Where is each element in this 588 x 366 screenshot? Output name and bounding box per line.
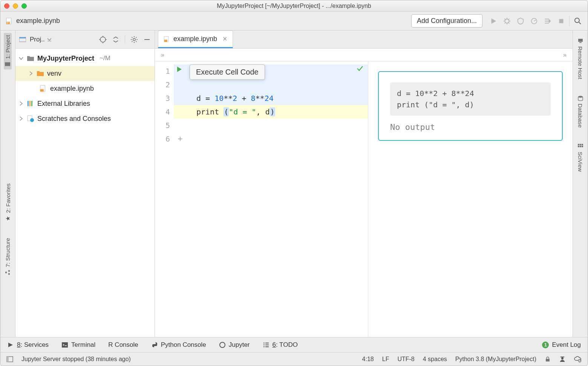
code-line-3[interactable]: d = 10**2 + 8**24 — [174, 92, 368, 105]
svg-rect-9 — [9, 270, 10, 271]
status-caret-position[interactable]: 4:18 — [362, 356, 374, 363]
nav-file[interactable]: IP example.ipynb — [6, 17, 60, 25]
window-maximize-button[interactable] — [21, 3, 27, 9]
bottom-tab-r-console[interactable]: R Console — [108, 341, 138, 349]
status-indent[interactable]: 4 spaces — [423, 356, 447, 363]
project-tree[interactable]: MyJupyterProject ~/M venv example.ipynb … — [15, 49, 155, 337]
code-line-5[interactable] — [174, 119, 368, 132]
project-tool-window: Proj.. MyJupyterProject ~/M — [15, 30, 155, 337]
lock-icon[interactable] — [545, 356, 551, 362]
gutter-line: 3 — [155, 92, 170, 105]
notebook-preview: d = 10**2 + 8**24 print ("d = ", d) No o… — [368, 61, 573, 337]
breadcrumb-right[interactable]: » — [563, 52, 567, 58]
left-tab-structure-label: 7: Structure — [5, 238, 11, 267]
run-toolbar — [489, 17, 565, 25]
editor-area: example.ipynb ✕ » » 1 2 3 4 5 6 — [155, 30, 573, 337]
right-tab-remote-host[interactable]: Remote Host — [577, 36, 583, 82]
stop-icon[interactable] — [557, 17, 565, 25]
window-minimize-button[interactable] — [13, 3, 18, 9]
event-log-badge: 1 — [542, 342, 549, 348]
debug-icon[interactable] — [503, 17, 511, 25]
svg-point-41 — [579, 359, 581, 362]
run-cell-gutter-icon[interactable]: Execute Cell Code — [176, 66, 183, 73]
add-configuration-button[interactable]: Add Configuration... — [411, 14, 482, 27]
coverage-icon[interactable] — [516, 17, 525, 25]
code-lines[interactable]: Execute Cell Code d = 10**2 + 8**24 prin… — [174, 61, 368, 337]
svg-rect-31 — [578, 146, 579, 147]
run-icon[interactable] — [489, 17, 498, 25]
svg-rect-32 — [580, 146, 581, 147]
chevron-right-icon — [18, 116, 24, 121]
status-interpreter[interactable]: Python 3.8 (MyJupyterProject) — [455, 356, 536, 363]
bottom-tab-r-console-label: R Console — [108, 341, 138, 349]
event-log-label: Event Log — [552, 341, 581, 349]
svg-text:IP: IP — [7, 22, 9, 24]
code-line-2[interactable] — [174, 78, 368, 92]
left-tab-project[interactable]: 1: Project — [4, 33, 12, 69]
code-line-4[interactable]: print ("d = ", d) — [174, 105, 368, 119]
chevron-down-icon — [18, 56, 24, 61]
bottom-tab-terminal[interactable]: Terminal — [61, 341, 95, 349]
editor-tab-example[interactable]: example.ipynb ✕ — [158, 30, 233, 48]
chevron-right-icon — [18, 101, 24, 106]
svg-rect-40 — [560, 357, 564, 357]
bottom-tab-python-console[interactable]: Python Console — [151, 341, 206, 349]
right-tab-database-label: Database — [577, 104, 583, 128]
bottom-tab-todo[interactable]: 6: TODO — [263, 341, 298, 349]
svg-point-27 — [578, 96, 583, 98]
inspection-ok-icon — [357, 65, 363, 72]
event-log-button[interactable]: 1 Event Log — [542, 341, 581, 349]
svg-rect-19 — [29, 101, 31, 106]
window-close-button[interactable] — [4, 3, 9, 9]
right-tab-database[interactable]: Database — [577, 93, 583, 130]
code-editor[interactable]: 1 2 3 4 5 6 Execute Cell Code — [155, 61, 368, 337]
search-everywhere-button[interactable] — [573, 17, 582, 26]
bottom-tab-services[interactable]: 8: 8: ServicesServices — [7, 341, 49, 349]
close-tab-icon[interactable]: ✕ — [222, 35, 227, 43]
tree-venv-label: venv — [47, 70, 61, 78]
code-line-6[interactable] — [174, 132, 368, 146]
bottom-tab-jupyter[interactable]: Jupyter — [219, 341, 250, 349]
profile-icon[interactable] — [530, 17, 538, 25]
left-tab-structure[interactable]: 7: Structure — [5, 236, 11, 278]
ide-window: MyJupyterProject [~/MyJupyterProject] - … — [0, 0, 588, 366]
tree-scratches-label: Scratches and Consoles — [37, 115, 111, 123]
tree-venv[interactable]: venv — [15, 66, 155, 81]
hide-icon[interactable] — [143, 36, 151, 43]
svg-rect-37 — [7, 357, 9, 362]
right-tab-sciview[interactable]: SciView — [577, 141, 583, 174]
add-cell-icon[interactable]: ＋ — [176, 133, 184, 144]
attach-icon[interactable] — [544, 17, 552, 25]
tree-root[interactable]: MyJupyterProject ~/M — [15, 51, 155, 66]
project-view-selector[interactable]: Proj.. — [30, 36, 52, 43]
ipynb-file-icon — [164, 36, 170, 42]
tree-external-libs[interactable]: External Libraries — [15, 96, 155, 111]
editor-split: 1 2 3 4 5 6 Execute Cell Code — [155, 61, 573, 337]
gear-icon[interactable] — [130, 36, 138, 43]
main-body: 1: Project ★ 2: Favorites 7: Structure P… — [0, 30, 588, 337]
gutter-line: 2 — [155, 78, 170, 92]
breadcrumbs: » » — [155, 49, 573, 61]
preview-cell[interactable]: d = 10**2 + 8**24 print ("d = ", d) No o… — [378, 71, 563, 141]
status-encoding[interactable]: UTF-8 — [397, 356, 414, 363]
svg-rect-12 — [19, 37, 26, 38]
left-tab-favorites[interactable]: ★ 2: Favorites — [5, 181, 11, 224]
folder-icon — [27, 55, 34, 62]
right-tab-sciview-label: SciView — [577, 152, 583, 172]
status-line-separator[interactable]: LF — [382, 356, 389, 363]
svg-rect-10 — [6, 271, 7, 273]
nav-file-name: example.ipynb — [16, 17, 60, 25]
locate-icon[interactable] — [99, 36, 107, 43]
left-tab-project-label: 1: Project — [5, 35, 11, 59]
ide-icon[interactable] — [559, 356, 566, 363]
bottom-tab-jupyter-label: Jupyter — [229, 341, 250, 349]
tree-scratches[interactable]: Scratches and Consoles — [15, 111, 155, 126]
expand-all-icon[interactable] — [112, 36, 119, 43]
breadcrumb-left[interactable]: » — [161, 52, 164, 58]
tool-window-toggle-icon[interactable] — [6, 356, 13, 362]
tree-file-example[interactable]: example.ipynb — [15, 81, 155, 96]
tooltip-execute-cell: Execute Cell Code — [190, 64, 265, 80]
bottom-tab-python-console-label: Python Console — [161, 341, 206, 349]
deployment-icon[interactable] — [574, 356, 582, 363]
svg-rect-34 — [62, 342, 68, 348]
